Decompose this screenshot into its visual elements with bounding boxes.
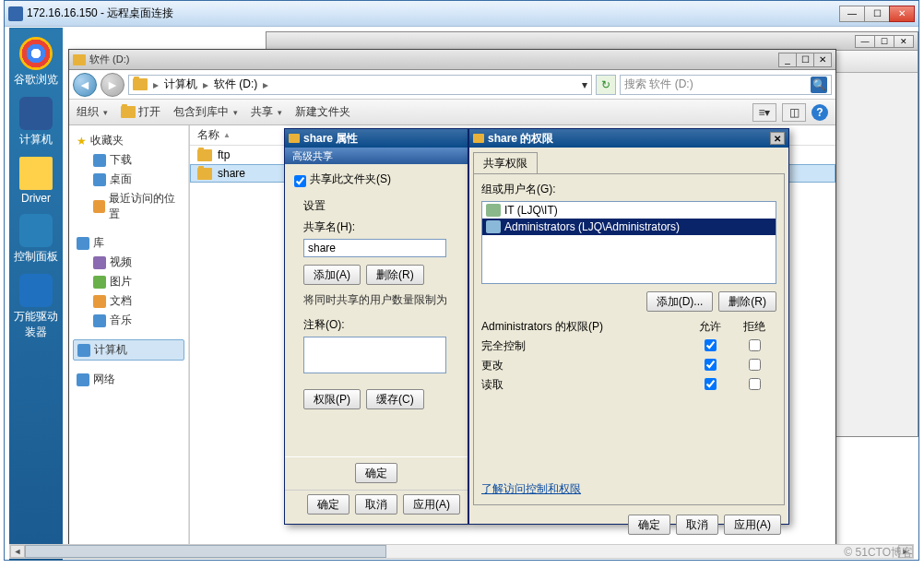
folder-icon (197, 168, 212, 180)
back-button[interactable]: ◄ (73, 73, 97, 97)
users-listbox[interactable]: IT (LJQ\IT) Administrators (LJQ\Administ… (481, 201, 776, 284)
bg-max-button[interactable]: ☐ (874, 35, 894, 48)
sharename-label: 共享名(H): (303, 219, 458, 235)
tab-share-permissions[interactable]: 共享权限 (473, 152, 538, 174)
learn-link[interactable]: 了解访问控制和权限 (481, 481, 581, 497)
settings-label: 设置 (303, 198, 458, 214)
perms-cancel-button[interactable]: 取消 (676, 515, 718, 535)
perms-titlebar: share 的权限 ✕ (469, 129, 788, 148)
open-button[interactable]: 打开 (121, 104, 160, 120)
breadcrumb-path[interactable]: 软件 (D:) (214, 77, 257, 92)
allow-read-checkbox[interactable] (705, 378, 717, 390)
deny-read-checkbox[interactable] (749, 378, 761, 390)
search-placeholder: 搜索 软件 (D:) (624, 77, 693, 92)
watermark: © 51CTO博客 (844, 545, 913, 561)
search-input[interactable]: 搜索 软件 (D:) 🔍 (620, 75, 832, 95)
network-icon (77, 373, 89, 386)
cache-button[interactable]: 缓存(C) (366, 389, 424, 409)
share-menu[interactable]: 共享 (251, 104, 282, 120)
props-ok-button[interactable]: 确定 (307, 494, 349, 515)
folder-icon (133, 78, 148, 90)
folder-icon (289, 134, 300, 143)
desktop-icon-driver-tool[interactable]: 万能驱动装器 (14, 274, 58, 340)
forward-button[interactable]: ► (101, 73, 124, 97)
user-row-it[interactable]: IT (LJQ\IT) (482, 202, 776, 219)
sidebar-computer[interactable]: 计算机 (73, 339, 184, 361)
newfolder-button[interactable]: 新建文件夹 (295, 104, 350, 120)
breadcrumb-root[interactable]: 计算机 (164, 77, 197, 92)
breadcrumb[interactable]: ▸ 计算机 ▸ 软件 (D:) ▸ ▾ (128, 75, 592, 95)
rdc-titlebar: 172.16.16.150 - 远程桌面连接 — ☐ ✕ (5, 1, 918, 27)
folder-icon (73, 54, 86, 65)
sidebar-item-music[interactable]: 音乐 (73, 311, 184, 330)
allow-full-checkbox[interactable] (705, 339, 717, 351)
remove-share-button[interactable]: 删除(R) (366, 265, 424, 285)
minimize-button[interactable]: — (839, 6, 865, 22)
view-button[interactable]: ≡▾ (752, 103, 776, 122)
sidebar-item-desktop[interactable]: 桌面 (73, 170, 184, 189)
doc-icon (93, 295, 106, 308)
properties-dialog: share 属性 高级共享 共享此文件夹(S) 设置 共享名(H): 添加(A)… (284, 128, 468, 525)
desktop-icon-chrome[interactable]: 谷歌浏览 (14, 37, 58, 88)
share-folder-checkbox[interactable] (294, 175, 306, 187)
include-menu[interactable]: 包含到库中 (173, 104, 238, 120)
props-mid-ok[interactable]: 确定 (355, 463, 397, 483)
help-icon[interactable]: ? (811, 104, 828, 121)
explorer-toolbar: 组织 打开 包含到库中 共享 新建文件夹 ≡▾ ◫ ? (69, 100, 835, 125)
deny-header: 拒绝 (732, 319, 776, 335)
exp-max-button[interactable]: ☐ (796, 53, 814, 67)
permissions-button[interactable]: 权限(P) (303, 389, 361, 409)
exp-min-button[interactable]: _ (778, 53, 797, 67)
limit-note: 将同时共享的用户数量限制为 (303, 292, 458, 308)
group-icon (486, 220, 501, 233)
remote-desktop-bg: 谷歌浏览 计算机 Driver 控制面板 万能驱动装器 (9, 28, 63, 561)
search-icon[interactable]: 🔍 (811, 77, 827, 93)
props-apply-button[interactable]: 应用(A) (403, 494, 460, 515)
perms-ok-button[interactable]: 确定 (628, 515, 670, 535)
scroll-thumb[interactable] (25, 545, 386, 558)
perms-apply-button[interactable]: 应用(A) (724, 515, 781, 535)
close-button[interactable]: ✕ (889, 6, 915, 22)
music-icon (93, 314, 106, 327)
sidebar-item-docs[interactable]: 文档 (73, 291, 184, 311)
bg-min-button[interactable]: — (855, 35, 875, 48)
sidebar-item-pictures[interactable]: 图片 (73, 272, 184, 291)
sidebar-library[interactable]: 库 (73, 233, 184, 253)
folder-icon (473, 134, 484, 143)
explorer-titlebar: 软件 (D:) _ ☐ ✕ (69, 50, 835, 70)
groups-label: 组或用户名(G): (481, 182, 776, 197)
remove-user-button[interactable]: 删除(R) (718, 291, 776, 312)
props-cancel-button[interactable]: 取消 (355, 494, 397, 515)
deny-change-checkbox[interactable] (749, 359, 761, 371)
sidebar-favorites[interactable]: ★收藏夹 (73, 131, 184, 150)
preview-button[interactable]: ◫ (782, 103, 806, 122)
sidebar-network[interactable]: 网络 (73, 370, 184, 389)
horizontal-scrollbar[interactable]: ◄ ► (9, 544, 914, 559)
maximize-button[interactable]: ☐ (864, 6, 890, 22)
desktop-icon-driver[interactable]: Driver (14, 157, 58, 205)
explorer-sidebar: ★收藏夹 下载 桌面 最近访问的位置 库 视频 图片 文档 音乐 计算机 网络 (69, 125, 189, 546)
exp-close-button[interactable]: ✕ (813, 53, 832, 67)
download-icon (93, 154, 106, 167)
add-user-button[interactable]: 添加(D)... (646, 291, 714, 312)
desktop-icon-computer[interactable]: 计算机 (14, 97, 58, 148)
allow-change-checkbox[interactable] (705, 359, 717, 371)
scroll-left-button[interactable]: ◄ (10, 545, 25, 558)
user-row-admins[interactable]: Administrators (LJQ\Administrators) (482, 219, 776, 235)
comment-label: 注释(O): (303, 317, 458, 333)
perms-close-button[interactable]: ✕ (770, 132, 785, 145)
refresh-button[interactable]: ↻ (596, 75, 616, 95)
organize-menu[interactable]: 组织 (77, 104, 108, 120)
sidebar-item-downloads[interactable]: 下载 (73, 150, 184, 170)
computer-icon (77, 344, 90, 357)
sidebar-item-recent[interactable]: 最近访问的位置 (73, 189, 184, 224)
sidebar-item-video[interactable]: 视频 (73, 253, 184, 272)
desktop-icon-control[interactable]: 控制面板 (14, 214, 58, 265)
recent-icon (93, 200, 105, 213)
sharename-input[interactable] (303, 239, 446, 257)
deny-full-checkbox[interactable] (749, 339, 761, 351)
bg-close-button[interactable]: ✕ (894, 35, 914, 48)
comment-input[interactable] (303, 337, 446, 373)
add-share-button[interactable]: 添加(A) (303, 265, 361, 285)
folder-icon (197, 149, 212, 161)
